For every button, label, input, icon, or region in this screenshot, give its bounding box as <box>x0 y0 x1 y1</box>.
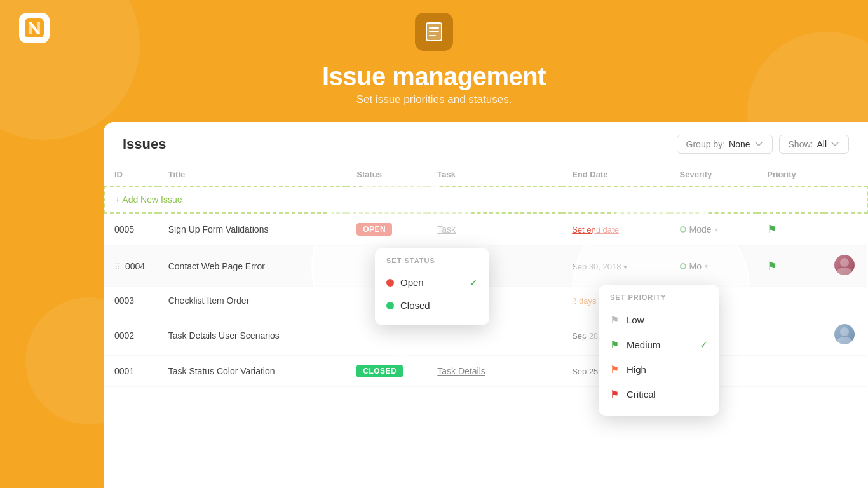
show-label: Show: <box>789 139 813 149</box>
row-task: Task <box>427 213 562 246</box>
end-date-link[interactable]: Set end date <box>572 225 619 234</box>
group-by-chevron-icon <box>754 140 763 149</box>
priority-option-medium-left: ⚑ Medium <box>610 339 660 351</box>
status-dropdown: SET STATUS Open ✓ Closed <box>375 248 489 325</box>
row-priority <box>757 287 824 315</box>
status-option-open-left: Open <box>386 277 424 288</box>
table-row: 0005 Sign Up Form Validations OPEN Task … <box>104 213 867 246</box>
priority-option-low[interactable]: ⚑ Low <box>599 308 719 332</box>
status-option-closed[interactable]: Closed <box>375 294 489 316</box>
end-date-chevron-icon[interactable]: ▾ <box>623 262 627 271</box>
priority-option-critical-label: Critical <box>627 389 656 400</box>
status-option-closed-label: Closed <box>400 300 430 311</box>
row-priority: ⚑ <box>757 213 824 246</box>
medium-flag-icon: ⚑ <box>610 339 619 351</box>
row-id: ⠿ 0004 <box>104 246 158 287</box>
severity-chevron-icon: ▾ <box>705 262 708 269</box>
priority-option-low-label: Low <box>627 315 644 325</box>
status-dropdown-label: SET STATUS <box>375 257 489 271</box>
add-issue-button[interactable]: + Add New Issue <box>104 186 867 213</box>
col-header-id: ID <box>104 163 158 186</box>
status-badge-closed: CLOSED <box>356 365 403 377</box>
row-severity: Mode ▾ <box>670 213 757 246</box>
status-dot-green <box>386 302 394 309</box>
row-id-value: 0004 <box>125 261 145 271</box>
row-avatar <box>824 246 867 287</box>
document-list-icon <box>424 22 444 42</box>
severity-value: Mo <box>689 261 702 271</box>
priority-flag[interactable]: ⚑ <box>767 223 777 236</box>
row-id: 0003 <box>104 287 158 315</box>
row-title: Sign Up Form Validations <box>158 213 347 246</box>
priority-option-critical[interactable]: ⚑ Critical <box>599 382 719 407</box>
priority-option-high-label: High <box>627 364 646 375</box>
status-badge-open: OPEN <box>356 223 392 236</box>
status-selected-check-icon: ✓ <box>470 276 478 288</box>
status-option-open-label: Open <box>400 277 424 288</box>
svg-point-6 <box>840 258 849 267</box>
row-avatar <box>824 287 867 315</box>
row-status: OPEN <box>346 213 427 246</box>
row-title: Task Status Color Variation <box>158 356 347 387</box>
col-header-avatar <box>824 163 867 186</box>
group-by-select[interactable]: Group by: None <box>677 135 773 154</box>
user-avatar <box>834 255 855 275</box>
row-priority <box>757 315 824 356</box>
priority-option-medium[interactable]: ⚑ Medium ✓ <box>599 332 719 357</box>
status-option-closed-left: Closed <box>386 300 430 311</box>
row-title: Checklist Item Order <box>158 287 347 315</box>
row-priority <box>757 356 824 387</box>
table-row: 0001 Task Status Color Variation CLOSED … <box>104 356 867 387</box>
row-avatar <box>824 356 867 387</box>
add-issue-row[interactable]: + Add New Issue <box>104 186 867 213</box>
show-chevron-icon <box>831 140 839 149</box>
priority-option-critical-left: ⚑ Critical <box>610 388 656 400</box>
priority-selected-check-icon: ✓ <box>700 339 708 351</box>
group-by-value: None <box>729 139 750 149</box>
page-subtitle: Set issue priorities and statuses. <box>0 93 868 106</box>
severity-chevron-icon: ▾ <box>715 226 718 233</box>
row-enddate: Sep 30, 2018 ▾ <box>562 246 669 287</box>
table-header-row: ID Title Status Task End Date Severity P… <box>104 163 867 186</box>
row-priority: ⚑ <box>757 246 824 287</box>
svg-point-9 <box>837 337 852 344</box>
row-title: Contact Web Page Error <box>158 246 347 287</box>
svg-point-8 <box>840 327 849 336</box>
priority-dropdown-label: SET PRIORITY <box>599 294 719 308</box>
severity-value: Mode <box>689 224 712 234</box>
row-id: 0001 <box>104 356 158 387</box>
col-header-priority: Priority <box>757 163 824 186</box>
status-option-open[interactable]: Open ✓ <box>375 271 489 294</box>
show-select[interactable]: Show: All <box>779 135 849 154</box>
severity-select[interactable]: Mo ▾ <box>680 261 747 271</box>
priority-option-medium-label: Medium <box>627 339 660 350</box>
col-header-status: Status <box>346 163 427 186</box>
panel-title: Issues <box>123 136 166 152</box>
priority-option-high[interactable]: ⚑ High <box>599 357 719 382</box>
group-by-label: Group by: <box>686 139 725 149</box>
page-header: Issue management Set issue priorities an… <box>0 13 868 106</box>
row-status: CLOSED <box>346 356 427 387</box>
priority-option-high-left: ⚑ High <box>610 363 646 376</box>
task-link[interactable]: Task <box>437 224 456 234</box>
col-header-severity: Severity <box>670 163 757 186</box>
end-date: Sep 30, 2018 <box>572 262 621 271</box>
severity-select[interactable]: Mode ▾ <box>680 224 747 234</box>
panel-header: Issues Group by: None Show: All <box>104 122 868 163</box>
priority-flag[interactable]: ⚑ <box>767 260 777 273</box>
severity-dot <box>680 263 686 269</box>
svg-point-7 <box>837 268 852 275</box>
avatar-img <box>834 255 855 275</box>
panel-controls: Group by: None Show: All <box>677 135 849 154</box>
row-id: 0005 <box>104 213 158 246</box>
col-header-enddate: End Date <box>562 163 669 186</box>
task-link[interactable]: Task Details <box>437 366 485 376</box>
priority-dropdown: SET PRIORITY ⚑ Low ⚑ Medium ✓ ⚑ High ⚑ C… <box>599 285 719 416</box>
header-icon-wrap <box>415 13 453 51</box>
status-dot-red <box>386 279 394 287</box>
drag-handle-icon[interactable]: ⠿ <box>114 262 120 271</box>
col-header-title: Title <box>158 163 347 186</box>
priority-option-low-left: ⚑ Low <box>610 314 644 326</box>
row-enddate: Set end date <box>562 213 669 246</box>
critical-flag-icon: ⚑ <box>610 388 619 400</box>
